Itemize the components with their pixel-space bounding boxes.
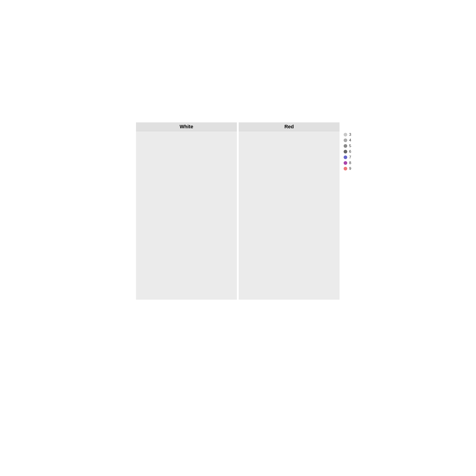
legend-item: 3 <box>344 132 357 137</box>
legend: 3456789 <box>340 122 360 300</box>
legend-item: 8 <box>344 161 357 165</box>
legend-item: 7 <box>344 155 357 160</box>
panel-white: White <box>136 122 237 300</box>
x-axis-row: -50 -505 <box>136 300 360 307</box>
x-ticks-red: -505 <box>238 300 340 307</box>
panel-red: Red <box>239 122 340 300</box>
plot-area-red <box>239 131 340 300</box>
panel-label-red: Red <box>239 122 340 131</box>
legend-items: 3456789 <box>344 132 357 172</box>
x-ticks-white: -50 <box>136 300 237 307</box>
legend-item: 4 <box>344 138 357 143</box>
chart-container: -50510 White Red <box>113 113 363 363</box>
panels-row: White Red <box>136 122 340 300</box>
legend-item: 5 <box>344 144 357 148</box>
y-axis-ticks: -50510 <box>127 122 136 290</box>
panel-label-white: White <box>136 122 237 131</box>
chart-body: -50510 White Red <box>116 122 360 308</box>
legend-item: 6 <box>344 149 357 154</box>
plot-area-white <box>136 131 237 300</box>
legend-item: 9 <box>344 166 357 171</box>
